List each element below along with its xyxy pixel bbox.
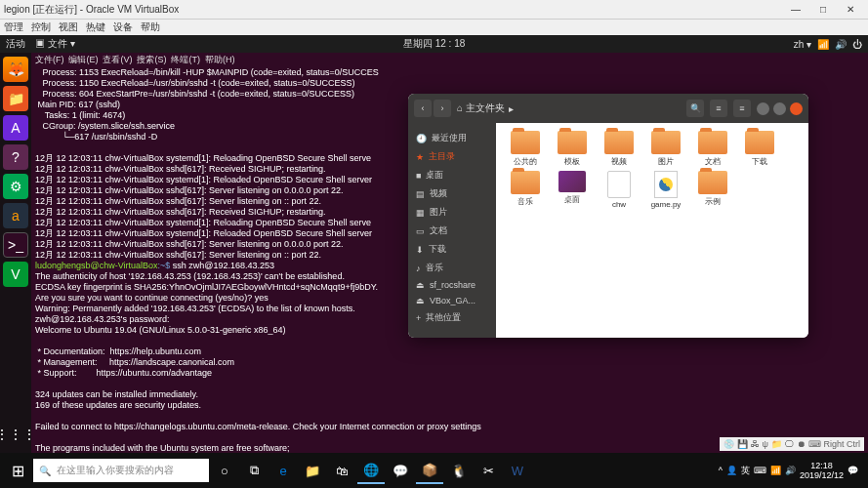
power-icon[interactable]: ⏻ [852,39,862,50]
show-apps-icon[interactable]: ⋮⋮⋮ [3,422,28,447]
software-icon[interactable]: A [3,115,28,141]
sidebar-icon: ▭ [416,226,425,236]
notification-icon[interactable]: 💬 [847,466,858,475]
tray-wifi[interactable]: 📶 [770,466,781,475]
tray-chevron[interactable]: ^ [719,466,723,475]
disk-icon: 💾 [737,439,748,449]
fm-minimize[interactable] [757,102,769,115]
file-item[interactable]: 文档 [691,131,734,167]
volume-icon[interactable]: 🔊 [835,39,847,50]
clock[interactable]: 星期四 12 : 18 [75,37,794,51]
hostkey-label: ⌨ Right Ctrl [808,439,860,449]
lang-indicator[interactable]: zh ▾ [794,39,811,50]
sidebar-item[interactable]: ▦图片 [408,203,496,222]
network-icon[interactable]: 📶 [817,39,829,50]
app-menu[interactable]: ▣ 文件 ▾ [35,37,75,51]
folder-icon [745,131,774,154]
qq-icon[interactable]: 🐧 [445,457,473,484]
folder-icon [511,131,540,154]
file-item[interactable]: 模板 [551,131,594,167]
sidebar-item[interactable]: ★主目录 [408,147,496,166]
file-item[interactable]: 音乐 [504,171,547,209]
file-item[interactable]: 桌面 [551,171,594,209]
location-bar[interactable]: ⌂ 主文件夹 ▸ [457,102,681,115]
chrome-icon[interactable]: 🌐 [357,457,385,484]
sidebar-item[interactable]: 🕘最近使用 [408,129,496,147]
settings-icon[interactable]: ⚙ [3,174,28,199]
wechat-icon[interactable]: 💬 [387,457,414,484]
taskview-icon[interactable]: ⧉ [240,457,268,484]
sidebar-item[interactable]: +其他位置 [408,308,496,327]
firefox-icon[interactable]: 🦊 [3,57,28,82]
terminal-menu[interactable]: 文件(F) 编辑(E) 查看(V) 搜索(S) 终端(T) 帮助(H) [35,55,864,65]
cortana-icon[interactable]: ○ [211,457,238,484]
search-icon: 🔍 [39,466,51,476]
folder-icon [651,131,681,154]
sidebar-item[interactable]: ⏏sf_rocshare [408,277,496,293]
maximize-button[interactable]: □ [809,4,837,15]
folder-icon [698,131,727,154]
help-icon[interactable]: ? [3,144,28,170]
sidebar-item[interactable]: ▤视频 [408,184,496,203]
minimize-button[interactable]: — [782,4,809,15]
search-box[interactable]: 🔍 在这里输入你要搜索的内容 [33,459,209,482]
terminal-icon[interactable]: >_ [3,232,28,258]
menu-item[interactable]: 视图 [59,20,78,34]
menu-item[interactable]: 热键 [86,20,105,34]
img-icon [558,171,586,192]
prompt-user: ludonghengsb@chw-VirtualBox [35,261,158,270]
view-icon[interactable]: ≡ [710,100,727,117]
files-icon[interactable]: 📁 [3,86,28,111]
vim-icon[interactable]: V [3,262,28,287]
window-title: legion [正在运行] - Oracle VM VirtualBox [4,3,782,17]
file-manager-content[interactable]: 公共的模板视频图片文档下载音乐桌面chwgame.py示例 [496,123,808,338]
shared-folder-icon: 📁 [771,439,782,449]
menu-item[interactable]: 管理 [4,20,23,34]
word-icon[interactable]: W [504,457,531,484]
file-item[interactable]: chw [598,171,641,209]
sidebar-icon: 🕘 [416,134,427,143]
tray-ime[interactable]: 英 [741,465,750,477]
sidebar-item[interactable]: ▭文档 [408,222,496,240]
fm-close[interactable] [790,102,803,115]
search-icon[interactable]: 🔍 [686,100,704,117]
file-item[interactable]: game.py [644,171,687,209]
fm-maximize[interactable] [773,102,786,115]
sidebar-item[interactable]: ■桌面 [408,166,496,184]
sidebar-icon: ⬇ [416,245,424,255]
sidebar-item[interactable]: ⬇下载 [408,240,496,259]
file-item[interactable]: 示例 [691,171,734,209]
taskbar-clock[interactable]: 12:182019/12/12 [800,461,844,480]
file-item[interactable]: 视频 [598,131,641,167]
system-tray: ^ 👤 英 ⌨ 📶 🔊 12:182019/12/12 💬 [719,461,864,480]
menu-item[interactable]: 控制 [31,20,51,34]
sidebar-icon: ▦ [416,208,425,218]
sidebar-icon: ⏏ [416,280,425,290]
start-button[interactable]: ⊞ [4,457,31,484]
snip-icon[interactable]: ✂ [475,457,502,484]
file-item[interactable]: 下载 [738,131,781,167]
menu-icon[interactable]: ≡ [733,100,751,117]
file-item[interactable]: 公共的 [504,131,547,167]
sidebar-item[interactable]: ♪音乐 [408,259,496,277]
close-button[interactable]: ✕ [837,4,864,15]
file-icon [607,171,631,198]
menu-item[interactable]: 设备 [113,20,133,34]
edge-icon[interactable]: e [269,457,297,484]
back-button[interactable]: ‹ [414,100,432,117]
explorer-icon[interactable]: 📁 [299,457,326,484]
activities-button[interactable]: 活动 [6,37,25,51]
tray-volume[interactable]: 🔊 [785,466,796,475]
virtualbox-icon[interactable]: 📦 [416,457,443,484]
store-icon[interactable]: 🛍 [328,457,355,484]
sidebar-icon: ♪ [416,264,421,273]
menu-item[interactable]: 帮助 [141,20,160,34]
network-icon: 🖧 [751,439,760,449]
sidebar-icon: ⏏ [416,296,425,305]
amazon-icon[interactable]: a [3,203,28,228]
sidebar-item[interactable]: ⏏VBox_GA... [408,293,496,308]
tray-ime2[interactable]: ⌨ [754,466,766,475]
forward-button[interactable]: › [434,100,451,117]
tray-people[interactable]: 👤 [726,466,737,475]
file-item[interactable]: 图片 [644,131,687,167]
